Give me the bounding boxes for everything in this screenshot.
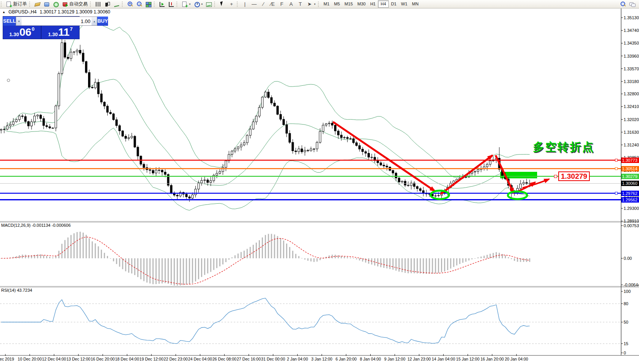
volume-input[interactable] — [22, 17, 92, 25]
line-chart-mode-button[interactable] — [112, 0, 121, 8]
fibonacci-tool-button[interactable]: F — [277, 0, 286, 8]
time-axis-label: 24 Dec 04:00 — [188, 357, 212, 361]
new-order-button[interactable]: + 新订单 — [4, 0, 28, 8]
time-axis-label: 6 Jan 20:00 — [336, 357, 357, 361]
time-axis-label: 16 Dec 20:00 — [91, 357, 115, 361]
auto-scroll-icon — [159, 1, 165, 7]
dropdown-caret-icon[interactable]: ▾ — [201, 3, 203, 6]
svg-text:1.33570: 1.33570 — [624, 66, 639, 71]
dropdown-caret-icon[interactable]: ▾ — [189, 3, 191, 6]
svg-text:1.33960: 1.33960 — [624, 54, 639, 58]
chat-button[interactable] — [627, 0, 637, 8]
tab-timeframe-m15[interactable]: M15 — [342, 1, 355, 7]
text-tool-button[interactable]: A — [286, 0, 296, 8]
profiles-button[interactable]: ▾ — [192, 0, 205, 8]
svg-text:1.32410: 1.32410 — [624, 104, 639, 109]
tile-windows-button[interactable] — [144, 0, 153, 8]
callout-handle[interactable] — [554, 175, 557, 178]
volume-decrease-button[interactable]: ▾ — [16, 17, 22, 25]
search-button[interactable] — [618, 0, 627, 8]
rsi-indicator-label: RSI(14) 43.7234 — [1, 288, 32, 293]
price-callout-label[interactable]: 1.30279 — [558, 171, 590, 181]
price-tag-1.30773: 1.30773 — [621, 158, 639, 163]
tab-timeframe-h4[interactable]: H4 — [378, 0, 389, 8]
line-handle[interactable] — [615, 192, 617, 194]
signals-button[interactable] — [51, 0, 60, 8]
time-axis-label: 8 Jan 04:00 — [360, 357, 381, 361]
time-axis-label: 20 Jan 04:00 — [505, 357, 528, 361]
bar-chart-mode-button[interactable] — [93, 0, 103, 8]
price-tag-1.30279: 1.30279 — [621, 174, 639, 179]
turning-point-annotation[interactable]: 多空转折点 — [533, 140, 594, 155]
new-chart-button[interactable]: +▾ — [180, 0, 192, 8]
cursor-tool-button[interactable] — [218, 0, 227, 8]
chart-title: ▲ GBPUSD-,H4 1.30017 1.30129 1.30009 1.3… — [2, 9, 110, 15]
time-axis-label: 14 Jan 04:00 — [432, 357, 455, 361]
volume-box: ▾ ▴ — [16, 17, 97, 26]
candlestick-icon — [104, 1, 110, 7]
toolbar-grip[interactable] — [1, 2, 3, 7]
zoom-in-icon: + — [127, 1, 133, 7]
auto-scroll-button[interactable] — [157, 0, 166, 8]
autotrade-icon — [62, 1, 68, 7]
zoom-in-button[interactable]: + — [125, 0, 135, 8]
arrows-tool-button[interactable]: ➤▾ — [305, 0, 317, 8]
crosshair-tool-button[interactable]: + — [227, 0, 236, 8]
crosshair-icon: + — [228, 1, 235, 7]
horizontal-line-tool-button[interactable]: — — [250, 0, 259, 8]
time-axis-label: 12 Jan 23:00 — [408, 357, 431, 361]
trend-arrow[interactable] — [441, 155, 493, 194]
label-tool-button[interactable]: T — [296, 0, 305, 8]
equidistant-channel-icon: ∕E — [270, 1, 276, 7]
channel-tool-button[interactable]: ∕E — [268, 0, 277, 8]
time-axis-label: 27 Dec 16:00 — [237, 357, 261, 361]
zoom-out-button[interactable]: - — [135, 0, 144, 8]
vertical-line-tool-button[interactable]: | — [240, 0, 250, 8]
price-chart-canvas[interactable]: 1.351301.347401.343501.339601.335701.331… — [0, 8, 639, 364]
time-axis-label: 2 Jan 04:00 — [287, 357, 308, 361]
price-tag-1.30514: 1.30514 — [621, 166, 639, 171]
tab-timeframe-mn[interactable]: MN — [410, 1, 421, 7]
tab-timeframe-w1[interactable]: W1 — [399, 1, 410, 7]
chart-shift-icon — [168, 1, 174, 7]
candle-chart-mode-button[interactable] — [103, 0, 112, 8]
window-icon: ▲ — [2, 10, 5, 14]
volume-increase-button[interactable]: ▴ — [92, 17, 97, 25]
templates-button[interactable] — [204, 0, 213, 8]
chart-shift-button[interactable] — [166, 0, 176, 8]
terminal-button[interactable] — [42, 0, 51, 8]
trendline-tool-button[interactable]: ∕ — [259, 0, 268, 8]
svg-text:1.33180: 1.33180 — [624, 79, 639, 84]
tile-windows-icon — [145, 1, 151, 7]
tab-timeframe-m30[interactable]: M30 — [355, 1, 368, 7]
terminal-icon — [43, 1, 50, 7]
chart-window[interactable]: 1.351301.347401.343501.339601.335701.331… — [0, 8, 639, 364]
svg-text:1.35130: 1.35130 — [624, 15, 639, 20]
line-handle[interactable] — [615, 159, 617, 161]
dropdown-caret-icon[interactable]: ▾ — [314, 3, 316, 6]
buy-price-display[interactable]: 1.30117 — [42, 26, 79, 39]
candlesticks — [0, 39, 531, 202]
tab-timeframe-h1[interactable]: H1 — [368, 1, 378, 7]
svg-text:15: 15 — [624, 341, 628, 346]
svg-text:1.34740: 1.34740 — [624, 28, 639, 33]
line-handle[interactable] — [615, 168, 617, 170]
chat-icon — [629, 1, 635, 7]
svg-text:-0.006446: -0.006446 — [624, 283, 639, 287]
price-tag-1.30060: 1.30060 — [621, 181, 639, 186]
templates-icon — [206, 1, 212, 7]
autotrade-button[interactable]: 自动交易 — [60, 0, 89, 8]
market-watch-button[interactable] — [33, 0, 42, 8]
tab-timeframe-d1[interactable]: D1 — [389, 1, 399, 7]
search-icon — [620, 1, 626, 7]
zoom-out-icon: - — [136, 1, 142, 7]
trendline-icon: ∕ — [260, 1, 266, 7]
buy-button[interactable]: BUY — [97, 17, 108, 26]
sell-button[interactable]: SELL — [3, 17, 16, 26]
tab-timeframe-m5[interactable]: M5 — [332, 1, 342, 7]
trend-arrow[interactable] — [333, 122, 435, 191]
svg-text:1.31630: 1.31630 — [624, 130, 639, 135]
tab-timeframe-m1[interactable]: M1 — [321, 1, 332, 7]
horizontal-level-lines[interactable] — [0, 159, 621, 200]
sell-price-display[interactable]: 1.30060 — [3, 26, 42, 39]
